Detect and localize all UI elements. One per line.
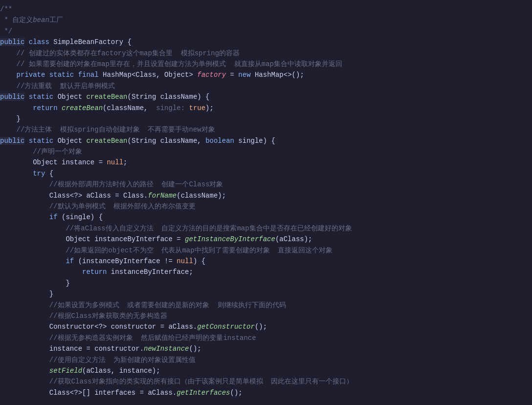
code-line-34: setField(aClass, instance);	[0, 365, 532, 376]
code-line-13: public static Object createBean(String c…	[0, 135, 532, 146]
code-line-14: //声明一个对象	[0, 146, 532, 157]
code-line-23: //如果返回的object不为空 代表从map中找到了需要创建的对象 直接返回这…	[0, 245, 532, 256]
code-line-20: if (single) {	[0, 212, 532, 223]
code-line-24: if (instanceByInterface != null) {	[0, 256, 532, 267]
code-line-4: public class SimpleBeanFactory {	[0, 37, 532, 47]
code-line-1: /**	[0, 4, 532, 15]
code-line-16: try {	[0, 168, 532, 179]
code-line-35: //获取Class对象指向的类实现的所有接口（由于该案例只是简单模拟 因此在这里…	[0, 376, 532, 387]
code-line-11: }	[0, 113, 532, 124]
code-line-6: // 如果需要创建的对象在map里存在，并且设置创建方法为单例模式 就直接从ma…	[0, 59, 532, 69]
code-line-21: //将aClass传入自定义方法 自定义方法的目的是搜索map集合中是否存在已经…	[0, 223, 532, 234]
code-editor: /** * 自定义bean工厂 */ public class SimpleBe…	[0, 0, 532, 405]
code-line-29: //根据Class对象获取类的无参构造器	[0, 311, 532, 321]
code-line-33: //使用自定义方法 为新创建的对象设置属性值	[0, 355, 532, 365]
code-line-9: public static Object createBean(String c…	[0, 91, 532, 102]
code-line-3: */	[0, 26, 532, 37]
code-line-18: Class<?> aClass = Class.forName(classNam…	[0, 190, 532, 201]
code-line-7: private static final HashMap<Class, Obje…	[0, 69, 532, 80]
code-line-25: return instanceByInterface;	[0, 267, 532, 277]
code-line-27: }	[0, 289, 532, 299]
code-line-5: // 创建过的实体类都存在factory这个map集合里 模拟spring的容器	[0, 48, 532, 59]
code-line-28: //如果设置为多例模式 或者需要创建的是新的对象 则继续执行下面的代码	[0, 300, 532, 311]
code-line-26: }	[0, 278, 532, 289]
code-line-15: Object instance = null;	[0, 157, 532, 168]
code-line-31: //根据无参构造器实例对象 然后赋值给已经声明的变量instance	[0, 333, 532, 343]
code-line-22: Object instanceByInterface = getInstance…	[0, 234, 532, 245]
code-line-2: * 自定义bean工厂	[0, 15, 532, 25]
code-line-10: return createBean(className, single: tru…	[0, 103, 532, 113]
code-line-8: //方法重载 默认开启单例模式	[0, 81, 532, 91]
code-line-17: //根据外部调用方法时传入的路径 创建一个Class对象	[0, 179, 532, 190]
code-line-19: //默认为单例模式 根据外部传入的布尔值变更	[0, 201, 532, 212]
code-line-30: Constructor<?> constructor = aClass.getC…	[0, 321, 532, 332]
code-line-12: //方法主体 模拟spring自动创建对象 不再需要手动new对象	[0, 124, 532, 135]
code-line-32: instance = constructor.newInstance();	[0, 343, 532, 354]
code-line-36: Class<?>[] interfaces = aClass.getInterf…	[0, 387, 532, 398]
